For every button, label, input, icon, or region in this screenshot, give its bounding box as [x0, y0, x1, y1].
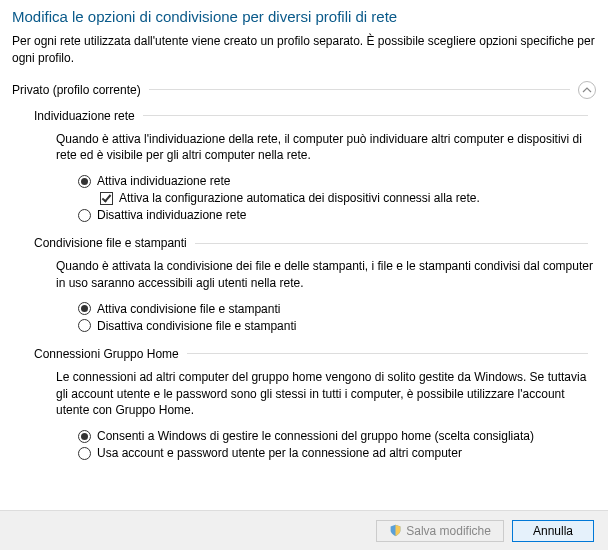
radio-network-off[interactable]: Disattiva individuazione rete [78, 208, 596, 222]
radio-icon [78, 319, 91, 332]
section-homegroup: Connessioni Gruppo Home Le connessioni a… [34, 347, 596, 460]
radio-icon [78, 175, 91, 188]
radio-filesharing-on[interactable]: Attiva condivisione file e stampanti [78, 302, 596, 316]
radio-homegroup-user[interactable]: Usa account e password utente per la con… [78, 446, 596, 460]
button-label: Annulla [533, 524, 573, 538]
radio-label: Attiva individuazione rete [97, 174, 230, 188]
profile-header[interactable]: Privato (profilo corrente) [12, 81, 596, 99]
section-desc: Le connessioni ad altri computer del gru… [56, 369, 596, 419]
section-title: Individuazione rete [34, 109, 135, 123]
shield-icon [389, 524, 402, 537]
divider [143, 115, 588, 116]
chevron-up-icon[interactable] [578, 81, 596, 99]
radio-label: Disattiva condivisione file e stampanti [97, 319, 296, 333]
cancel-button[interactable]: Annulla [512, 520, 594, 542]
section-title: Condivisione file e stampanti [34, 236, 187, 250]
page-subtitle: Per ogni rete utilizzata dall'utente vie… [12, 33, 596, 67]
radio-icon [78, 430, 91, 443]
radio-label: Attiva condivisione file e stampanti [97, 302, 280, 316]
checkbox-label: Attiva la configurazione automatica dei … [119, 191, 480, 205]
divider [149, 89, 570, 90]
section-desc: Quando è attivata la condivisione dei fi… [56, 258, 596, 292]
radio-homegroup-windows[interactable]: Consenti a Windows di gestire le conness… [78, 429, 596, 443]
radio-label: Usa account e password utente per la con… [97, 446, 462, 460]
radio-label: Disattiva individuazione rete [97, 208, 246, 222]
radio-filesharing-off[interactable]: Disattiva condivisione file e stampanti [78, 319, 596, 333]
save-button[interactable]: Salva modifiche [376, 520, 504, 542]
section-desc: Quando è attiva l'individuazione della r… [56, 131, 596, 165]
button-label: Salva modifiche [406, 524, 491, 538]
profile-label: Privato (profilo corrente) [12, 83, 141, 97]
radio-icon [78, 302, 91, 315]
checkbox-auto-config[interactable]: Attiva la configurazione automatica dei … [100, 191, 596, 205]
footer: Salva modifiche Annulla [0, 510, 608, 550]
page-title: Modifica le opzioni di condivisione per … [12, 8, 596, 25]
radio-icon [78, 447, 91, 460]
checkbox-icon [100, 192, 113, 205]
section-title: Connessioni Gruppo Home [34, 347, 179, 361]
radio-label: Consenti a Windows di gestire le conness… [97, 429, 534, 443]
radio-network-on[interactable]: Attiva individuazione rete [78, 174, 596, 188]
radio-icon [78, 209, 91, 222]
divider [187, 353, 588, 354]
divider [195, 243, 588, 244]
section-network-discovery: Individuazione rete Quando è attiva l'in… [34, 109, 596, 223]
section-file-sharing: Condivisione file e stampanti Quando è a… [34, 236, 596, 333]
